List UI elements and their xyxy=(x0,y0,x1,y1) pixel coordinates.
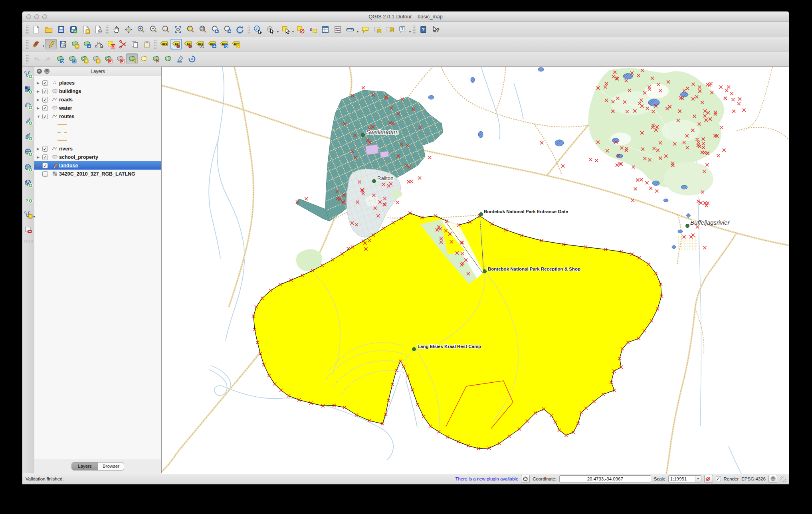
add-postgis-layer-button[interactable] xyxy=(23,100,34,111)
new-composer-button[interactable]: ✳ xyxy=(80,24,92,35)
add-ring-button[interactable]: ✳ xyxy=(78,53,90,64)
add-raster-layer-button[interactable] xyxy=(23,85,34,95)
zoom-to-layer-button[interactable] xyxy=(197,24,209,35)
layer-expander-icon[interactable]: ▶ xyxy=(37,89,42,93)
new-project-button[interactable] xyxy=(30,24,42,35)
simplify-feature-button[interactable] xyxy=(66,53,78,64)
add-wfs-layer-button[interactable] xyxy=(23,178,34,188)
undo-button[interactable] xyxy=(30,53,42,64)
scale-combo[interactable]: 1:19951 ▼ xyxy=(668,475,701,482)
zoom-full-button[interactable] xyxy=(172,24,184,35)
layer-visibility-checkbox[interactable]: ✓ xyxy=(42,114,48,119)
add-wms-layer-button[interactable] xyxy=(23,147,34,157)
rotate-feature-button[interactable] xyxy=(54,53,66,64)
open-project-button[interactable] xyxy=(43,24,55,35)
new-bookmark-button[interactable] xyxy=(372,24,384,35)
copy-features-button[interactable] xyxy=(129,39,141,49)
zoom-last-button[interactable] xyxy=(209,24,221,35)
zoom-out-button[interactable] xyxy=(147,24,159,35)
field-calculator-button[interactable] xyxy=(332,24,344,35)
add-wcs-layer-button[interactable] xyxy=(23,162,34,173)
layer-visibility-checkbox[interactable]: ✓ xyxy=(42,163,48,168)
add-feature-button[interactable]: ✳ xyxy=(69,39,81,49)
zoom-to-selection-button[interactable] xyxy=(184,24,196,35)
pin-unpin-labels-button[interactable]: ab xyxy=(170,39,182,49)
select-by-expression-button[interactable]: ε xyxy=(307,24,319,35)
remove-layer-button[interactable] xyxy=(23,225,34,235)
layer-item-landuse[interactable]: ▶✓landuse xyxy=(34,161,161,170)
layer-expander-icon[interactable]: ▼ xyxy=(37,115,42,119)
add-spatialite-layer-button[interactable] xyxy=(23,116,34,126)
identify-features-button[interactable]: i xyxy=(252,24,264,35)
split-features-button[interactable] xyxy=(150,53,162,64)
change-label-button[interactable]: abc xyxy=(230,39,242,49)
measure-button[interactable] xyxy=(344,24,356,35)
delete-selected-button[interactable] xyxy=(105,39,117,49)
layer-item-routes[interactable]: ▼✓routes xyxy=(34,112,161,121)
help-contents-button[interactable]: ? xyxy=(417,24,429,35)
composer-manager-button[interactable] xyxy=(92,24,104,35)
save-project-button[interactable] xyxy=(55,24,67,35)
layer-visibility-checkbox[interactable]: ✓ xyxy=(42,146,48,152)
crs-globe-icon[interactable] xyxy=(768,475,777,483)
save-layer-edits-button[interactable] xyxy=(57,39,69,49)
add-mssql-layer-button[interactable] xyxy=(23,131,34,142)
reshape-features-button[interactable] xyxy=(126,53,138,64)
render-checkbox[interactable]: ✓ xyxy=(716,476,721,481)
highlight-pinned-labels-button[interactable]: ab xyxy=(182,39,194,49)
merge-attributes-button[interactable] xyxy=(174,53,186,64)
offset-curve-button[interactable] xyxy=(138,53,150,64)
move-label-button[interactable]: abc xyxy=(206,39,218,49)
layer-expander-icon[interactable]: ▶ xyxy=(37,81,42,85)
paste-features-button[interactable] xyxy=(141,39,152,49)
stop-render-icon[interactable] xyxy=(704,475,713,483)
layer-visibility-checkbox[interactable]: ✓ xyxy=(42,80,48,86)
map-tips-button[interactable] xyxy=(359,24,371,35)
tab-browser[interactable]: Browser xyxy=(98,463,124,470)
layer-visibility-checkbox[interactable] xyxy=(42,171,48,177)
zoom-native-button[interactable]: 1:1 xyxy=(160,24,172,35)
refresh-map-button[interactable] xyxy=(234,24,246,35)
cut-features-button[interactable] xyxy=(117,39,129,49)
node-tool-button[interactable] xyxy=(93,39,105,49)
layer-expander-icon[interactable]: ▶ xyxy=(37,164,42,168)
layer-visibility-checkbox[interactable]: ✓ xyxy=(42,97,48,103)
layer-expander-icon[interactable]: ▶ xyxy=(37,98,42,102)
pan-to-selection-button[interactable] xyxy=(123,24,135,35)
layer-visibility-checkbox[interactable]: ✓ xyxy=(42,154,48,160)
select-features-button[interactable] xyxy=(279,24,291,35)
current-edits-button[interactable] xyxy=(30,39,42,49)
rotate-label-button[interactable]: abc xyxy=(218,39,230,49)
save-project-as-button[interactable] xyxy=(67,24,79,35)
layer-visibility-checkbox[interactable]: ✓ xyxy=(42,89,48,94)
move-feature-button[interactable] xyxy=(81,39,93,49)
add-delimited-text-layer-button[interactable]: , xyxy=(23,194,34,204)
zoom-in-button[interactable] xyxy=(135,24,147,35)
add-part-button[interactable]: ✳ xyxy=(90,53,102,64)
rotate-point-symbols-button[interactable] xyxy=(186,53,198,64)
open-attribute-table-button[interactable] xyxy=(319,24,331,35)
pan-map-button[interactable] xyxy=(110,24,122,35)
delete-part-button[interactable] xyxy=(114,53,126,64)
layer-labeling-options-button[interactable]: abc xyxy=(158,39,170,49)
coordinate-input[interactable]: 20.4733,-34.0967 xyxy=(559,475,651,482)
chevron-down-icon[interactable]: ▼ xyxy=(695,476,701,482)
layer-item-roads[interactable]: ▶✓roads xyxy=(34,95,161,104)
show-bookmarks-button[interactable] xyxy=(384,24,396,35)
redo-button[interactable] xyxy=(42,53,54,64)
plugin-icon[interactable] xyxy=(521,475,530,483)
new-vector-layer-button[interactable]: ✳ xyxy=(23,209,34,219)
zoom-next-button[interactable] xyxy=(222,24,234,35)
layer-item-places[interactable]: ▶✓places xyxy=(34,79,161,87)
toggle-editing-button[interactable] xyxy=(45,39,57,49)
whats-this-button[interactable]: ? xyxy=(430,24,442,35)
show-hide-labels-button[interactable]: abc xyxy=(194,39,206,49)
layer-item-3420C_2010_327_RGB_LATLNG[interactable]: 3420C_2010_327_RGB_LATLNG xyxy=(34,170,161,178)
layer-item-water[interactable]: ▶✓water xyxy=(34,104,161,112)
title-bar[interactable]: QGIS 2.0.1-Dufour – basic_map xyxy=(22,12,789,22)
layer-expander-icon[interactable]: ▶ xyxy=(37,106,42,110)
add-vector-layer-button[interactable] xyxy=(23,69,34,79)
deselect-features-button[interactable] xyxy=(295,24,307,35)
layer-visibility-checkbox[interactable]: ✓ xyxy=(42,105,48,111)
layer-item-rivers[interactable]: ▶✓rivers xyxy=(34,144,161,153)
